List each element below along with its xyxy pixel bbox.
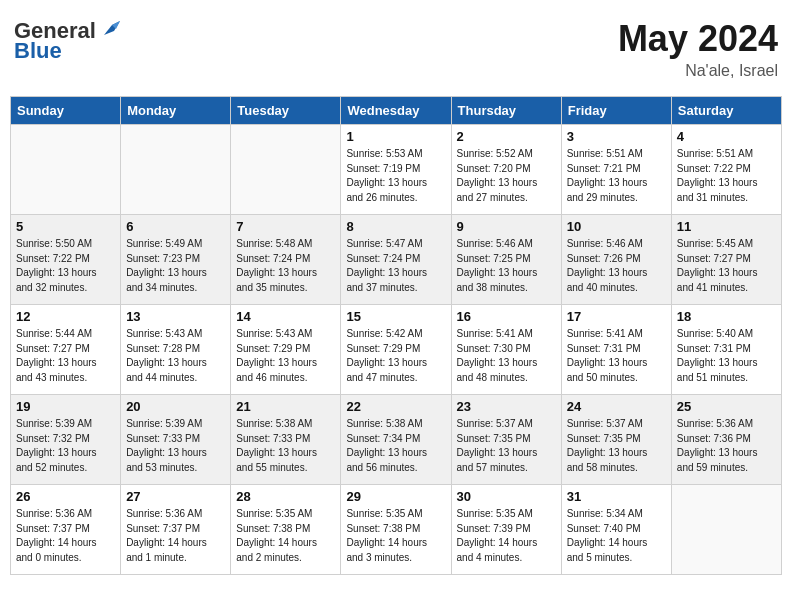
calendar-day-cell <box>121 125 231 215</box>
calendar-day-cell: 30Sunrise: 5:35 AMSunset: 7:39 PMDayligh… <box>451 485 561 575</box>
day-info: Sunrise: 5:37 AMSunset: 7:35 PMDaylight:… <box>567 417 666 475</box>
calendar-day-cell: 25Sunrise: 5:36 AMSunset: 7:36 PMDayligh… <box>671 395 781 485</box>
location-label: Na'ale, Israel <box>618 62 778 80</box>
day-number: 7 <box>236 219 335 234</box>
day-number: 2 <box>457 129 556 144</box>
day-number: 13 <box>126 309 225 324</box>
day-number: 9 <box>457 219 556 234</box>
day-number: 12 <box>16 309 115 324</box>
day-info: Sunrise: 5:35 AMSunset: 7:39 PMDaylight:… <box>457 507 556 565</box>
calendar-day-cell: 31Sunrise: 5:34 AMSunset: 7:40 PMDayligh… <box>561 485 671 575</box>
calendar-day-cell: 9Sunrise: 5:46 AMSunset: 7:25 PMDaylight… <box>451 215 561 305</box>
day-info: Sunrise: 5:46 AMSunset: 7:25 PMDaylight:… <box>457 237 556 295</box>
calendar-day-cell: 19Sunrise: 5:39 AMSunset: 7:32 PMDayligh… <box>11 395 121 485</box>
day-number: 28 <box>236 489 335 504</box>
day-info: Sunrise: 5:48 AMSunset: 7:24 PMDaylight:… <box>236 237 335 295</box>
day-number: 6 <box>126 219 225 234</box>
calendar-day-cell: 26Sunrise: 5:36 AMSunset: 7:37 PMDayligh… <box>11 485 121 575</box>
calendar-day-cell <box>11 125 121 215</box>
calendar-day-cell <box>231 125 341 215</box>
day-info: Sunrise: 5:41 AMSunset: 7:31 PMDaylight:… <box>567 327 666 385</box>
calendar-day-cell: 3Sunrise: 5:51 AMSunset: 7:21 PMDaylight… <box>561 125 671 215</box>
calendar-day-cell: 29Sunrise: 5:35 AMSunset: 7:38 PMDayligh… <box>341 485 451 575</box>
day-number: 5 <box>16 219 115 234</box>
day-info: Sunrise: 5:35 AMSunset: 7:38 PMDaylight:… <box>346 507 445 565</box>
month-title: May 2024 <box>618 18 778 60</box>
calendar-day-cell: 20Sunrise: 5:39 AMSunset: 7:33 PMDayligh… <box>121 395 231 485</box>
day-info: Sunrise: 5:50 AMSunset: 7:22 PMDaylight:… <box>16 237 115 295</box>
calendar-week-row: 5Sunrise: 5:50 AMSunset: 7:22 PMDaylight… <box>11 215 782 305</box>
day-number: 17 <box>567 309 666 324</box>
calendar-day-cell: 7Sunrise: 5:48 AMSunset: 7:24 PMDaylight… <box>231 215 341 305</box>
day-number: 25 <box>677 399 776 414</box>
calendar-day-cell: 15Sunrise: 5:42 AMSunset: 7:29 PMDayligh… <box>341 305 451 395</box>
logo: General Blue <box>14 18 120 64</box>
calendar-day-cell: 24Sunrise: 5:37 AMSunset: 7:35 PMDayligh… <box>561 395 671 485</box>
day-number: 14 <box>236 309 335 324</box>
day-info: Sunrise: 5:37 AMSunset: 7:35 PMDaylight:… <box>457 417 556 475</box>
calendar-day-header: Friday <box>561 97 671 125</box>
day-info: Sunrise: 5:45 AMSunset: 7:27 PMDaylight:… <box>677 237 776 295</box>
calendar-day-cell: 16Sunrise: 5:41 AMSunset: 7:30 PMDayligh… <box>451 305 561 395</box>
calendar-day-header: Thursday <box>451 97 561 125</box>
day-info: Sunrise: 5:36 AMSunset: 7:37 PMDaylight:… <box>16 507 115 565</box>
calendar-week-row: 26Sunrise: 5:36 AMSunset: 7:37 PMDayligh… <box>11 485 782 575</box>
page-header: General Blue May 2024 Na'ale, Israel <box>10 10 782 88</box>
logo-blue: Blue <box>14 38 62 64</box>
calendar-day-cell: 28Sunrise: 5:35 AMSunset: 7:38 PMDayligh… <box>231 485 341 575</box>
day-number: 8 <box>346 219 445 234</box>
calendar-day-header: Monday <box>121 97 231 125</box>
calendar-day-cell: 17Sunrise: 5:41 AMSunset: 7:31 PMDayligh… <box>561 305 671 395</box>
title-area: May 2024 Na'ale, Israel <box>618 18 778 80</box>
day-number: 10 <box>567 219 666 234</box>
calendar-week-row: 1Sunrise: 5:53 AMSunset: 7:19 PMDaylight… <box>11 125 782 215</box>
calendar-day-cell: 10Sunrise: 5:46 AMSunset: 7:26 PMDayligh… <box>561 215 671 305</box>
calendar-day-cell: 11Sunrise: 5:45 AMSunset: 7:27 PMDayligh… <box>671 215 781 305</box>
calendar-day-cell: 27Sunrise: 5:36 AMSunset: 7:37 PMDayligh… <box>121 485 231 575</box>
day-info: Sunrise: 5:44 AMSunset: 7:27 PMDaylight:… <box>16 327 115 385</box>
day-number: 4 <box>677 129 776 144</box>
day-number: 27 <box>126 489 225 504</box>
day-info: Sunrise: 5:41 AMSunset: 7:30 PMDaylight:… <box>457 327 556 385</box>
day-info: Sunrise: 5:34 AMSunset: 7:40 PMDaylight:… <box>567 507 666 565</box>
day-number: 16 <box>457 309 556 324</box>
day-info: Sunrise: 5:36 AMSunset: 7:37 PMDaylight:… <box>126 507 225 565</box>
calendar-day-cell: 1Sunrise: 5:53 AMSunset: 7:19 PMDaylight… <box>341 125 451 215</box>
calendar-week-row: 12Sunrise: 5:44 AMSunset: 7:27 PMDayligh… <box>11 305 782 395</box>
day-number: 26 <box>16 489 115 504</box>
day-info: Sunrise: 5:39 AMSunset: 7:33 PMDaylight:… <box>126 417 225 475</box>
day-info: Sunrise: 5:43 AMSunset: 7:29 PMDaylight:… <box>236 327 335 385</box>
day-info: Sunrise: 5:35 AMSunset: 7:38 PMDaylight:… <box>236 507 335 565</box>
calendar-week-row: 19Sunrise: 5:39 AMSunset: 7:32 PMDayligh… <box>11 395 782 485</box>
day-info: Sunrise: 5:51 AMSunset: 7:21 PMDaylight:… <box>567 147 666 205</box>
day-info: Sunrise: 5:47 AMSunset: 7:24 PMDaylight:… <box>346 237 445 295</box>
calendar-day-cell: 18Sunrise: 5:40 AMSunset: 7:31 PMDayligh… <box>671 305 781 395</box>
day-number: 3 <box>567 129 666 144</box>
calendar-table: SundayMondayTuesdayWednesdayThursdayFrid… <box>10 96 782 575</box>
day-number: 24 <box>567 399 666 414</box>
calendar-day-cell: 23Sunrise: 5:37 AMSunset: 7:35 PMDayligh… <box>451 395 561 485</box>
day-info: Sunrise: 5:38 AMSunset: 7:33 PMDaylight:… <box>236 417 335 475</box>
calendar-day-header: Sunday <box>11 97 121 125</box>
day-number: 15 <box>346 309 445 324</box>
calendar-day-cell: 5Sunrise: 5:50 AMSunset: 7:22 PMDaylight… <box>11 215 121 305</box>
day-number: 23 <box>457 399 556 414</box>
calendar-day-cell: 13Sunrise: 5:43 AMSunset: 7:28 PMDayligh… <box>121 305 231 395</box>
day-number: 11 <box>677 219 776 234</box>
calendar-day-header: Wednesday <box>341 97 451 125</box>
day-info: Sunrise: 5:42 AMSunset: 7:29 PMDaylight:… <box>346 327 445 385</box>
day-info: Sunrise: 5:39 AMSunset: 7:32 PMDaylight:… <box>16 417 115 475</box>
day-number: 31 <box>567 489 666 504</box>
day-number: 29 <box>346 489 445 504</box>
calendar-day-cell: 14Sunrise: 5:43 AMSunset: 7:29 PMDayligh… <box>231 305 341 395</box>
calendar-day-cell: 4Sunrise: 5:51 AMSunset: 7:22 PMDaylight… <box>671 125 781 215</box>
day-info: Sunrise: 5:52 AMSunset: 7:20 PMDaylight:… <box>457 147 556 205</box>
day-number: 18 <box>677 309 776 324</box>
calendar-day-header: Tuesday <box>231 97 341 125</box>
day-info: Sunrise: 5:38 AMSunset: 7:34 PMDaylight:… <box>346 417 445 475</box>
day-number: 21 <box>236 399 335 414</box>
day-info: Sunrise: 5:36 AMSunset: 7:36 PMDaylight:… <box>677 417 776 475</box>
calendar-day-cell: 8Sunrise: 5:47 AMSunset: 7:24 PMDaylight… <box>341 215 451 305</box>
logo-text-area: General Blue <box>14 18 120 64</box>
day-info: Sunrise: 5:49 AMSunset: 7:23 PMDaylight:… <box>126 237 225 295</box>
